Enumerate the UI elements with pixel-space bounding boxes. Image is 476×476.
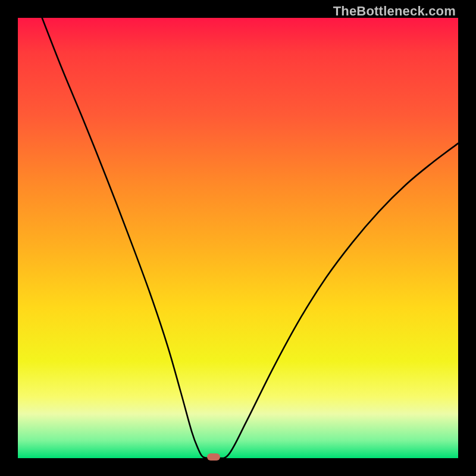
bottleneck-curve (18, 18, 458, 458)
plot-area (18, 18, 458, 458)
chart-frame: TheBottleneck.com (0, 0, 476, 476)
minimum-marker (207, 453, 220, 461)
watermark-text: TheBottleneck.com (333, 4, 456, 19)
